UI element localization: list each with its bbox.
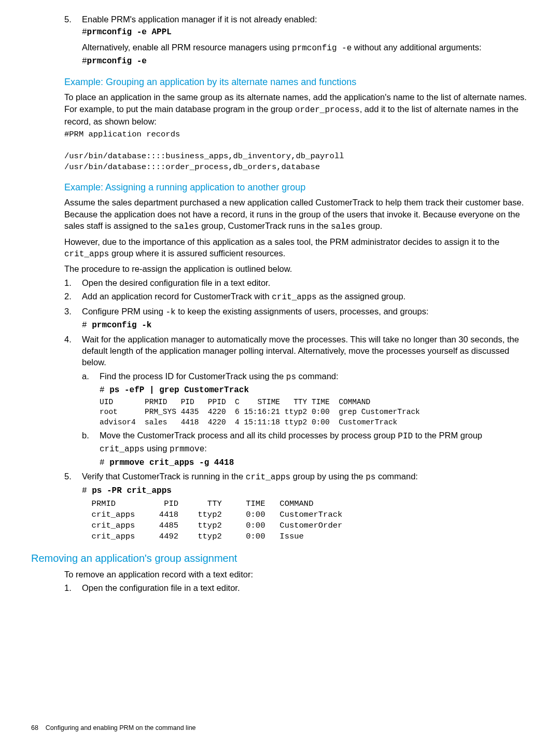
example1-p1: To place an application in the same grou… [64,91,529,127]
removing-content: To remove an application record with a t… [64,569,529,594]
substep-body: Move the CustomerTrack process and all i… [100,430,529,468]
page: 5. Enable PRM's application manager if i… [0,0,560,746]
code-line: # prmmove crit_apps -g 4418 [100,458,529,469]
step-body: Configure PRM using -k to keep the exist… [82,306,529,331]
example2-p3: The procedure to re-assign the applicati… [64,263,529,274]
step-number: 4. [64,334,82,368]
step4-text: Wait for the application manager to auto… [82,334,529,368]
ex2-step-4a: a. Find the process ID for CustomerTrack… [82,370,529,428]
ps-output-2: PRMID PID TTY TIME COMMAND crit_apps 441… [82,499,529,542]
step-text: Enable PRM's application manager if it i… [82,13,529,25]
removing-step-1: 1. Open the configuration file in a text… [64,582,529,593]
step-number: 1. [64,582,82,593]
step-number: 1. [64,277,82,288]
page-footer: 68 Configuring and enabling PRM on the c… [31,724,196,733]
code-line: # ps -PR crit_apps [82,486,529,497]
ps-output-1: UID PRMID PID PPID C STIME TTY TIME COMM… [100,397,529,428]
code-line: # ps -efP | grep CustomerTrack [100,385,529,396]
alt-text: Alternatively, enable all PRM resource m… [82,42,529,54]
step-number: 3. [64,306,82,331]
step-5: 5. Enable PRM's application manager if i… [64,13,529,67]
step-body: Verify that CustomerTrack is running in … [82,471,529,542]
step-number: 2. [64,291,82,303]
example-heading-2: Example: Assigning a running application… [64,181,529,194]
ex2-step-2: 2. Add an application record for Custome… [64,291,529,303]
example2-p1: Assume the sales department purchased a … [64,197,529,232]
example2-p2: However, due to the importance of this a… [64,236,529,260]
removing-p1: To remove an application record with a t… [64,569,529,580]
code-line: #prmconfig -e APPL [82,27,529,38]
ex2-step-4: 4. Wait for the application manager to a… [64,334,529,368]
ex2-step-1: 1. Open the desired configuration file i… [64,277,529,288]
page-number: 68 [31,724,38,731]
ex2-step-4b: b. Move the CustomerTrack process and al… [82,430,529,468]
code-line: #prmconfig -e [82,56,529,67]
step-body: Open the configuration file in a text ed… [82,582,529,593]
step-body: Enable PRM's application manager if it i… [82,13,529,67]
example1-code: #PRM application records /usr/bin/databa… [64,129,529,173]
example-heading-1: Example: Grouping an application by its … [64,76,529,88]
substep-number: a. [82,370,100,428]
step-number: 5. [64,471,82,542]
step-number: 5. [64,13,82,67]
step-body: Wait for the application manager to auto… [82,334,529,368]
footer-title: Configuring and enabling PRM on the comm… [46,724,196,731]
step-body: Open the desired configuration file in a… [82,277,529,288]
substep-body: Find the process ID for CustomerTrack us… [100,370,529,428]
ex2-step-3: 3. Configure PRM using -k to keep the ex… [64,306,529,331]
ex2-step-5: 5. Verify that CustomerTrack is running … [64,471,529,542]
step-body: Add an application record for CustomerTr… [82,291,529,303]
code-line: # prmconfig -k [82,320,529,331]
substep-number: b. [82,430,100,468]
main-content: 5. Enable PRM's application manager if i… [64,13,529,542]
removing-heading: Removing an application's group assignme… [31,551,529,565]
